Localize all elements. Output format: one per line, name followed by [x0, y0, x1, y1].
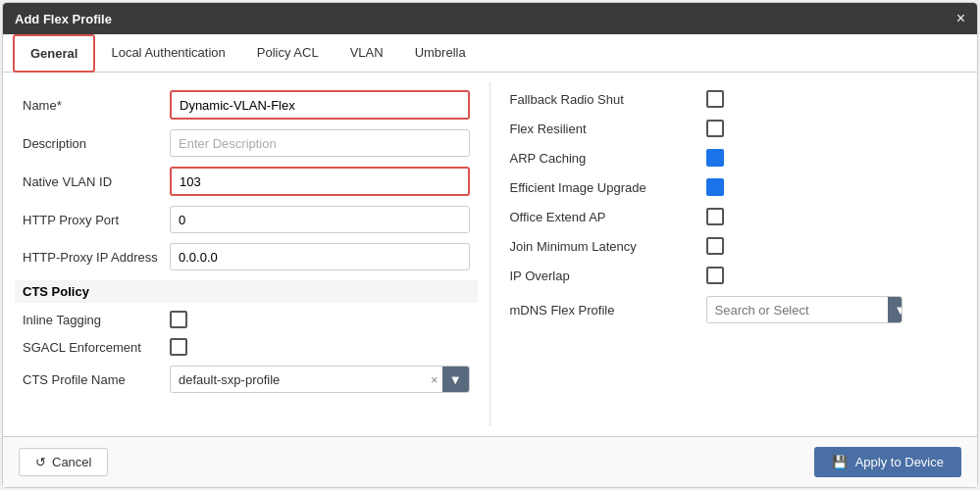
cancel-icon: ↺: [35, 455, 46, 469]
http-proxy-port-label: HTTP Proxy Port: [23, 213, 170, 227]
inline-tagging-checkbox[interactable]: [170, 311, 187, 328]
tab-bar: General Local Authentication Policy ACL …: [3, 34, 977, 73]
http-proxy-ip-label: HTTP-Proxy IP Address: [23, 250, 170, 265]
join-minimum-label: Join Minimum Latency: [510, 239, 706, 254]
apply-button[interactable]: 💾 Apply to Device: [814, 447, 961, 477]
add-flex-profile-modal: Add Flex Profile × General Local Authent…: [2, 2, 978, 488]
flex-resilient-label: Flex Resilient: [510, 122, 706, 136]
efficient-image-label: Efficient Image Upgrade: [510, 180, 706, 195]
flex-resilient-checkbox[interactable]: [706, 120, 724, 137]
name-label: Name*: [23, 98, 170, 113]
flex-resilient-row: Flex Resilient: [510, 120, 958, 137]
cancel-label: Cancel: [52, 455, 91, 469]
description-input[interactable]: [170, 129, 470, 157]
office-extend-row: Office Extend AP: [510, 208, 958, 225]
mdns-row: mDNS Flex Profile ▼: [510, 296, 958, 323]
native-vlan-input[interactable]: [172, 169, 468, 194]
fallback-radio-checkbox[interactable]: [706, 90, 724, 108]
native-vlan-input-wrapper: [170, 167, 470, 196]
inline-tagging-row: Inline Tagging: [23, 311, 470, 328]
modal-body: Name* Description Native VLAN ID HTTP Pr…: [3, 73, 977, 436]
tab-general[interactable]: General: [13, 34, 95, 73]
http-proxy-ip-input[interactable]: [170, 243, 470, 270]
apply-label: Apply to Device: [855, 455, 944, 469]
efficient-image-checkbox[interactable]: [706, 178, 724, 196]
native-vlan-label: Native VLAN ID: [23, 174, 170, 189]
mdns-label: mDNS Flex Profile: [510, 303, 706, 318]
office-extend-checkbox[interactable]: [706, 208, 724, 225]
mdns-dropdown-arrow-icon[interactable]: ▼: [888, 296, 903, 323]
cts-profile-value: default-sxp-profile: [171, 368, 427, 391]
office-extend-label: Office Extend AP: [510, 210, 706, 224]
http-proxy-port-row: HTTP Proxy Port: [23, 206, 470, 233]
tab-umbrella[interactable]: Umbrella: [399, 34, 482, 73]
modal-title: Add Flex Profile: [15, 12, 112, 26]
cts-section-title: CTS Policy: [15, 280, 478, 303]
name-input-wrapper: [170, 90, 470, 120]
http-proxy-port-input[interactable]: [170, 206, 470, 233]
join-minimum-row: Join Minimum Latency: [510, 237, 958, 255]
arp-caching-row: ARP Caching: [510, 149, 958, 167]
cts-clear-icon[interactable]: ×: [427, 372, 442, 387]
cts-profile-label: CTS Profile Name: [23, 372, 170, 387]
join-minimum-checkbox[interactable]: [706, 237, 724, 255]
inline-tagging-label: Inline Tagging: [23, 313, 170, 327]
ip-overlap-checkbox[interactable]: [706, 267, 724, 284]
ip-overlap-label: IP Overlap: [510, 269, 706, 283]
sgacl-label: SGACL Enforcement: [23, 340, 170, 355]
cts-profile-select[interactable]: default-sxp-profile × ▼: [170, 366, 470, 393]
efficient-image-row: Efficient Image Upgrade: [510, 178, 958, 196]
cts-profile-row: CTS Profile Name default-sxp-profile × ▼: [23, 366, 470, 393]
http-proxy-ip-row: HTTP-Proxy IP Address: [23, 243, 470, 270]
cts-dropdown-arrow-icon[interactable]: ▼: [442, 366, 469, 393]
sgacl-checkbox[interactable]: [170, 338, 187, 356]
apply-icon: 💾: [832, 455, 848, 469]
arp-caching-label: ARP Caching: [510, 151, 706, 166]
modal-footer: ↺ Cancel 💾 Apply to Device: [3, 436, 977, 487]
description-label: Description: [23, 136, 170, 151]
description-row: Description: [23, 129, 470, 157]
name-row: Name*: [23, 90, 470, 120]
tab-policy-acl[interactable]: Policy ACL: [241, 34, 335, 73]
mdns-select[interactable]: ▼: [706, 296, 903, 323]
close-button[interactable]: ×: [956, 11, 965, 26]
fallback-radio-row: Fallback Radio Shut: [510, 90, 958, 108]
name-input[interactable]: [172, 92, 468, 118]
ip-overlap-row: IP Overlap: [510, 267, 958, 284]
left-column: Name* Description Native VLAN ID HTTP Pr…: [3, 82, 490, 426]
right-column: Fallback Radio Shut Flex Resilient ARP C…: [490, 82, 978, 426]
arp-caching-checkbox[interactable]: [706, 149, 724, 167]
mdns-search-input[interactable]: [707, 299, 888, 321]
modal-header: Add Flex Profile ×: [3, 3, 977, 34]
sgacl-row: SGACL Enforcement: [23, 338, 470, 356]
tab-local-authentication[interactable]: Local Authentication: [95, 34, 240, 73]
fallback-radio-label: Fallback Radio Shut: [510, 92, 706, 107]
native-vlan-row: Native VLAN ID: [23, 167, 470, 196]
cancel-button[interactable]: ↺ Cancel: [19, 448, 108, 476]
tab-vlan[interactable]: VLAN: [335, 34, 399, 73]
